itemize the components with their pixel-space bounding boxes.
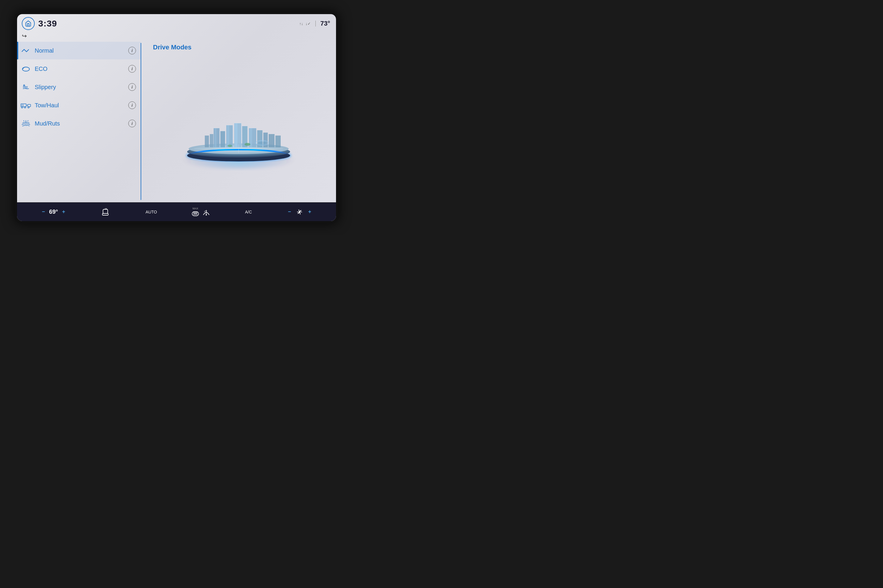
drive-modes-visual: Drive Modes [141, 40, 336, 202]
mud-mode-icon [21, 118, 31, 129]
auto-label: AUTO [146, 210, 157, 214]
mud-ruts-info-button[interactable]: i [128, 120, 136, 127]
outside-temperature: 73° [320, 20, 330, 27]
defrost-control: MAX [191, 207, 211, 217]
slippery-info-button[interactable]: i [128, 83, 136, 91]
svg-rect-18 [220, 131, 225, 147]
defrost-icon[interactable] [191, 210, 200, 217]
tow-mode-icon [21, 100, 31, 111]
svg-rect-20 [227, 125, 229, 147]
screen: 3:39 ↑↓ ↓✓ 73° ↩ [17, 14, 336, 221]
svg-rect-39 [102, 213, 108, 215]
slippery-mode-label: Slippery [35, 84, 56, 90]
mode-slippery-left: Slippery [21, 82, 56, 92]
svg-rect-29 [275, 135, 281, 147]
seat-heat-control[interactable] [101, 207, 111, 217]
svg-point-1 [24, 85, 25, 86]
header: 3:39 ↑↓ ↓✓ 73° [17, 14, 336, 32]
svg-rect-38 [103, 209, 108, 213]
seat-heat-icon [101, 207, 111, 217]
mode-slippery[interactable]: Slippery i [17, 78, 141, 96]
drive-modes-list: Normal i ECO i [17, 40, 141, 202]
ac-label: A/C [245, 210, 252, 214]
left-temp-decrease[interactable]: − [40, 208, 47, 216]
mode-eco[interactable]: ECO i [17, 60, 141, 78]
climate-bar: − 69° + AUTO MAX [17, 202, 336, 221]
eco-mode-icon [21, 63, 31, 74]
signal-up-icon: ↑↓ [299, 21, 303, 26]
screen-bezel: 3:39 ↑↓ ↓✓ 73° ↩ [15, 12, 338, 224]
fan-control: − + [286, 208, 313, 216]
tow-haul-info-button[interactable]: i [128, 101, 136, 109]
home-button[interactable] [22, 17, 35, 30]
svg-rect-7 [28, 104, 31, 107]
max-label: MAX [193, 207, 198, 210]
wiper-icon[interactable] [202, 208, 211, 216]
eco-mode-label: ECO [35, 66, 47, 72]
clock: 3:39 [38, 18, 57, 28]
mode-normal-left: Normal [21, 45, 54, 56]
left-temp-control: − 69° + [40, 208, 67, 216]
svg-point-35 [227, 145, 232, 147]
left-temperature: 69° [49, 208, 58, 215]
eco-info-button[interactable]: i [128, 65, 136, 73]
svg-rect-31 [210, 134, 213, 147]
auto-control[interactable]: AUTO [146, 210, 157, 214]
svg-point-33 [258, 141, 266, 144]
svg-rect-30 [205, 135, 209, 147]
svg-point-47 [206, 214, 207, 216]
normal-info-button[interactable]: i [128, 47, 136, 54]
svg-rect-42 [192, 212, 199, 216]
svg-point-8 [28, 107, 29, 108]
mode-normal[interactable]: Normal i [17, 42, 141, 59]
fan-decrease[interactable]: − [286, 208, 293, 216]
svg-rect-28 [269, 134, 275, 147]
svg-rect-3 [22, 105, 24, 106]
mode-tow-left: Tow/Haul [21, 100, 59, 111]
mode-mud-ruts[interactable]: Mud/Ruts i [17, 115, 141, 132]
signal-check-icon: ↓✓ [305, 21, 311, 26]
mode-mud-left: Mud/Ruts [21, 118, 60, 129]
svg-rect-17 [215, 128, 217, 147]
svg-point-0 [23, 67, 29, 71]
svg-rect-22 [235, 123, 238, 147]
city-disc-svg [171, 82, 306, 171]
fan-icon [295, 208, 304, 216]
normal-mode-label: Normal [35, 47, 54, 54]
tow-haul-mode-label: Tow/Haul [35, 102, 59, 109]
header-left: 3:39 [22, 17, 57, 30]
normal-mode-icon [21, 45, 31, 56]
header-right: ↑↓ ↓✓ 73° [299, 20, 330, 27]
left-temp-increase[interactable]: + [60, 208, 67, 216]
city-disc-container [147, 54, 330, 200]
svg-point-5 [24, 107, 26, 108]
drive-modes-title: Drive Modes [153, 44, 191, 51]
fan-increase[interactable]: + [306, 208, 313, 216]
main-content: Normal i ECO i [17, 40, 336, 202]
mud-ruts-mode-label: Mud/Ruts [35, 120, 60, 127]
back-row: ↩ [17, 32, 336, 40]
back-button[interactable]: ↩ [22, 32, 27, 39]
svg-point-4 [21, 107, 23, 108]
mode-tow-haul[interactable]: Tow/Haul i [17, 96, 141, 114]
ac-control[interactable]: A/C [245, 210, 252, 214]
signal-icons: ↑↓ ↓✓ [299, 21, 311, 26]
mode-eco-left: ECO [21, 63, 47, 74]
slippery-mode-icon [21, 82, 31, 92]
svg-point-34 [245, 143, 250, 146]
